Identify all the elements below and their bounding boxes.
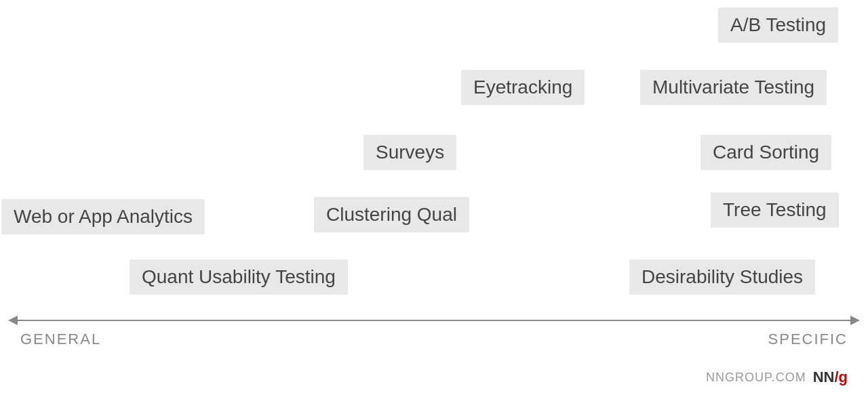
axis-label-general: GENERAL — [20, 331, 101, 348]
label-quant-usability-testing: Quant Usability Testing — [130, 259, 348, 295]
label-desirability-studies: Desirability Studies — [629, 259, 815, 295]
axis-line — [14, 320, 854, 321]
label-multivariate-testing: Multivariate Testing — [640, 70, 827, 105]
label-web-app-analytics: Web or App Analytics — [1, 199, 205, 234]
label-card-sorting: Card Sorting — [701, 135, 831, 170]
label-eyetracking: Eyetracking — [461, 70, 585, 105]
chart-area: A/B TestingMultivariate TestingEyetracki… — [0, 0, 868, 401]
label-tree-testing: Tree Testing — [711, 192, 839, 228]
nngroup-logo: NN/g — [813, 368, 848, 386]
axis-label-specific: SPECIFIC — [768, 331, 848, 348]
nngroup-url: NNGROUP.COM — [706, 371, 806, 385]
label-ab-testing: A/B Testing — [718, 7, 838, 43]
label-clustering-qual: Clustering Qual — [314, 197, 469, 232]
label-surveys: Surveys — [363, 135, 456, 170]
branding: NNGROUP.COM NN/g — [706, 368, 848, 386]
